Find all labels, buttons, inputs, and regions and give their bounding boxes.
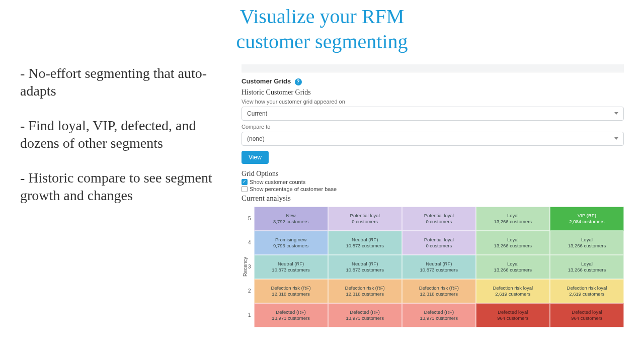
y-tick: 3 xyxy=(248,264,251,269)
rfm-cell[interactable]: Loyal13,266 customers xyxy=(550,255,624,279)
segment-name: Defection risk loyal xyxy=(493,285,533,291)
rfm-grid-wrap: Recency 5 4 3 2 1 New8,792 customersPote… xyxy=(242,207,624,327)
segment-count: 13,266 customers xyxy=(494,219,532,225)
segment-count: 13,973 customers xyxy=(420,315,458,321)
segment-count: 2,619 customers xyxy=(495,291,530,297)
segment-name: Defection risk (RF) xyxy=(345,285,385,291)
rfm-cell[interactable]: Loyal13,266 customers xyxy=(476,231,550,255)
segment-count: 13,266 customers xyxy=(494,243,532,249)
rfm-cell[interactable]: Defected loyal964 customers xyxy=(476,303,550,327)
y-axis-label: Recency xyxy=(242,257,248,277)
segment-count: 12,318 customers xyxy=(272,291,310,297)
app-panel: Customer Grids ? Historic Customer Grids… xyxy=(242,64,644,327)
segment-count: 12,318 customers xyxy=(346,291,384,297)
title-line-2: customer segmenting xyxy=(236,30,408,53)
segment-count: 10,873 customers xyxy=(420,267,458,273)
rfm-cell[interactable]: Potential loyal0 customers xyxy=(402,231,476,255)
segment-name: Neutral (RF) xyxy=(426,261,452,267)
segment-name: Potential loyal xyxy=(350,213,380,219)
panel-top-bar xyxy=(242,64,624,72)
segment-name: Defected (RF) xyxy=(350,309,380,315)
segment-name: Loyal xyxy=(507,261,519,267)
rfm-cell[interactable]: Neutral (RF)10,873 customers xyxy=(328,231,402,255)
historic-date-value: Current xyxy=(247,110,267,117)
rfm-cell[interactable]: Loyal13,266 customers xyxy=(476,207,550,231)
historic-heading: Historic Customer Grids xyxy=(242,88,624,97)
y-tick: 2 xyxy=(248,288,251,294)
customer-grids-header: Customer Grids ? xyxy=(242,77,624,85)
view-button[interactable]: View xyxy=(242,151,269,164)
y-tick: 1 xyxy=(248,312,251,318)
bullet-1: - No-effort segmenting that auto-adapts xyxy=(20,64,231,100)
segment-name: Loyal xyxy=(507,237,519,243)
rfm-cell[interactable]: VIP (RF)2,084 customers xyxy=(550,207,624,231)
analysis-title: Current analysis xyxy=(242,194,624,203)
opt-show-counts-checkbox[interactable]: ✓ xyxy=(242,179,248,185)
segment-name: Defected (RF) xyxy=(424,309,454,315)
rfm-cell[interactable]: Defection risk (RF)12,318 customers xyxy=(254,279,328,303)
segment-name: Neutral (RF) xyxy=(352,237,378,243)
opt-show-percent-checkbox[interactable] xyxy=(242,186,248,192)
opt-show-percent-label: Show percentage of customer base xyxy=(250,186,337,192)
segment-name: Defected loyal xyxy=(572,309,602,315)
segment-count: 13,266 customers xyxy=(494,267,532,273)
segment-name: Potential loyal xyxy=(424,237,454,243)
segment-name: Loyal xyxy=(507,213,519,219)
segment-count: 0 customers xyxy=(352,219,378,225)
rfm-cell[interactable]: Defection risk (RF)12,318 customers xyxy=(402,279,476,303)
rfm-cell[interactable]: Defected loyal964 customers xyxy=(550,303,624,327)
segment-count: 0 customers xyxy=(426,219,452,225)
segment-count: 13,973 customers xyxy=(346,315,384,321)
segment-count: 10,873 customers xyxy=(272,267,310,273)
y-axis-ticks: 5 4 3 2 1 xyxy=(248,207,254,327)
segment-name: Loyal xyxy=(581,261,593,267)
segment-name: Potential loyal xyxy=(424,213,454,219)
opt-show-counts-label: Show customer counts xyxy=(250,179,305,185)
title-line-1: Visualize your RFM xyxy=(240,5,404,28)
rfm-grid: New8,792 customersPotential loyal0 custo… xyxy=(254,207,624,327)
historic-date-select[interactable]: Current xyxy=(242,107,624,121)
segment-count: 13,973 customers xyxy=(272,315,310,321)
segment-count: 2,619 customers xyxy=(569,291,604,297)
opt-show-percent-row: Show percentage of customer base xyxy=(242,186,624,192)
rfm-cell[interactable]: Defected (RF)13,973 customers xyxy=(402,303,476,327)
rfm-cell[interactable]: Defected (RF)13,973 customers xyxy=(254,303,328,327)
grid-options-title: Grid Options xyxy=(242,170,624,178)
rfm-cell[interactable]: Defection risk loyal2,619 customers xyxy=(550,279,624,303)
marketing-bullets: - No-effort segmenting that auto-adapts … xyxy=(0,64,242,221)
rfm-cell[interactable]: New8,792 customers xyxy=(254,207,328,231)
rfm-cell[interactable]: Neutral (RF)10,873 customers xyxy=(328,255,402,279)
segment-name: Neutral (RF) xyxy=(278,261,304,267)
rfm-cell[interactable]: Potential loyal0 customers xyxy=(328,207,402,231)
segment-name: Loyal xyxy=(581,237,593,243)
compare-select[interactable]: (none) xyxy=(242,132,624,146)
segment-count: 13,266 customers xyxy=(568,243,606,249)
rfm-cell[interactable]: Neutral (RF)10,873 customers xyxy=(402,255,476,279)
section-title: Customer Grids xyxy=(242,77,291,85)
rfm-cell[interactable]: Defected (RF)13,973 customers xyxy=(328,303,402,327)
rfm-cell[interactable]: Defection risk loyal2,619 customers xyxy=(476,279,550,303)
bullet-2: - Find loyal, VIP, defected, and dozens … xyxy=(20,117,231,152)
segment-count: 964 customers xyxy=(571,315,602,321)
rfm-cell[interactable]: Loyal13,266 customers xyxy=(550,231,624,255)
y-tick: 4 xyxy=(248,240,251,245)
segment-name: VIP (RF) xyxy=(578,213,596,219)
rfm-cell[interactable]: Promising new9,796 customers xyxy=(254,231,328,255)
segment-count: 964 customers xyxy=(497,315,528,321)
help-icon[interactable]: ? xyxy=(295,78,302,85)
segment-count: 0 customers xyxy=(426,243,452,249)
segment-count: 10,873 customers xyxy=(346,267,384,273)
chevron-down-icon xyxy=(614,112,618,115)
rfm-cell[interactable]: Potential loyal0 customers xyxy=(402,207,476,231)
segment-name: Defection risk (RF) xyxy=(419,285,459,291)
chevron-down-icon xyxy=(614,137,618,140)
rfm-cell[interactable]: Defection risk (RF)12,318 customers xyxy=(328,279,402,303)
compare-value: (none) xyxy=(247,135,265,142)
segment-count: 8,792 customers xyxy=(273,219,308,225)
rfm-cell[interactable]: Neutral (RF)10,873 customers xyxy=(254,255,328,279)
segment-name: Defected loyal xyxy=(498,309,528,315)
opt-show-counts-row: ✓ Show customer counts xyxy=(242,179,624,185)
rfm-cell[interactable]: Loyal13,266 customers xyxy=(476,255,550,279)
historic-hint: View how your customer grid appeared on xyxy=(242,99,624,105)
segment-count: 13,266 customers xyxy=(568,267,606,273)
